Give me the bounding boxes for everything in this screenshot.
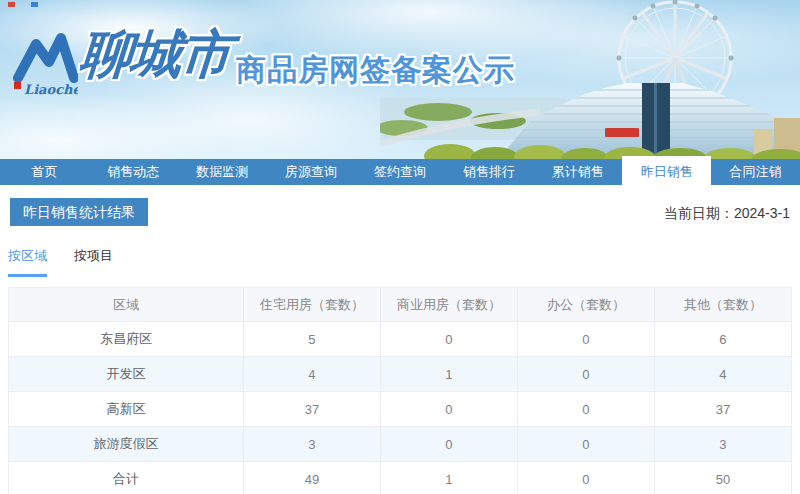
commercial-count: 0	[380, 392, 517, 427]
red-mark	[8, 2, 15, 7]
view-tabs: 按区域 按项目	[8, 247, 800, 277]
region-name: 高新区	[9, 392, 244, 427]
office-count: 0	[517, 357, 654, 392]
other-count: 3	[654, 427, 791, 462]
other-count: 50	[654, 462, 791, 494]
table-header-row: 区域 住宅用房（套数） 商业用房（套数） 办公（套数） 其他（套数）	[9, 288, 792, 322]
liaocheng-logo-icon: Liaocheng	[12, 30, 78, 100]
nav-tab-sales-dynamics[interactable]: 销售动态	[89, 159, 178, 185]
tab-by-region[interactable]: 按区域	[8, 247, 47, 277]
commercial-count: 1	[380, 462, 517, 494]
nav-tab-signing-query[interactable]: 签约查询	[356, 159, 445, 185]
table-row: 东昌府区 5 0 0 6	[9, 322, 792, 357]
tab-by-project[interactable]: 按项目	[74, 247, 113, 277]
office-count: 0	[517, 462, 654, 494]
nav-tab-data-monitoring[interactable]: 数据监测	[178, 159, 267, 185]
office-count: 0	[517, 392, 654, 427]
other-count: 37	[654, 392, 791, 427]
office-count: 0	[517, 322, 654, 357]
region-name: 开发区	[9, 357, 244, 392]
office-count: 0	[517, 427, 654, 462]
blue-mark	[31, 2, 38, 7]
section-title-badge: 昨日销售统计结果	[10, 198, 148, 226]
residential-count: 5	[243, 322, 380, 357]
col-header-other: 其他（套数）	[654, 288, 791, 322]
nav-tab-listing-query[interactable]: 房源查询	[267, 159, 356, 185]
decorative-marks	[8, 2, 38, 7]
commercial-count: 0	[380, 427, 517, 462]
statistics-table: 区域 住宅用房（套数） 商业用房（套数） 办公（套数） 其他（套数） 东昌府区 …	[8, 287, 792, 494]
table-row: 开发区 4 1 0 4	[9, 357, 792, 392]
region-name: 旅游度假区	[9, 427, 244, 462]
table-row-total: 合计 49 1 0 50	[9, 462, 792, 494]
commercial-count: 0	[380, 322, 517, 357]
table-row: 旅游度假区 3 0 0 3	[9, 427, 792, 462]
other-count: 4	[654, 357, 791, 392]
site-title: 商品房网签备案公示	[236, 50, 515, 91]
other-count: 6	[654, 322, 791, 357]
nav-tab-home[interactable]: 首页	[0, 159, 89, 185]
nav-tab-yesterday-sales[interactable]: 昨日销售	[622, 156, 711, 193]
region-name: 东昌府区	[9, 322, 244, 357]
residential-count: 4	[243, 357, 380, 392]
col-header-office: 办公（套数）	[517, 288, 654, 322]
residential-count: 49	[243, 462, 380, 494]
section-head: 昨日销售统计结果 当前日期：2024-3-1	[10, 198, 790, 226]
brand: Liaocheng 聊城市 商品房网签备案公示	[12, 24, 515, 100]
nav-tab-cumulative-sales[interactable]: 累计销售	[533, 159, 622, 185]
residential-count: 3	[243, 427, 380, 462]
header-banner: Liaocheng 聊城市 商品房网签备案公示	[0, 0, 800, 159]
nav-tab-sales-ranking[interactable]: 销售排行	[444, 159, 533, 185]
statistics-table-wrap: 区域 住宅用房（套数） 商业用房（套数） 办公（套数） 其他（套数） 东昌府区 …	[8, 287, 792, 494]
col-header-region: 区域	[9, 288, 244, 322]
col-header-commercial: 商业用房（套数）	[380, 288, 517, 322]
region-name: 合计	[9, 462, 244, 494]
city-name: 聊城市	[78, 24, 232, 84]
col-header-residential: 住宅用房（套数）	[243, 288, 380, 322]
svg-text:Liaocheng: Liaocheng	[24, 82, 78, 97]
commercial-count: 1	[380, 357, 517, 392]
nav-tab-contract-cancellation[interactable]: 合同注销	[711, 159, 800, 185]
current-date-label: 当前日期：2024-3-1	[664, 205, 790, 223]
table-row: 高新区 37 0 0 37	[9, 392, 792, 427]
residential-count: 37	[243, 392, 380, 427]
main-nav: 首页 销售动态 数据监测 房源查询 签约查询 销售排行 累计销售 昨日销售 合同…	[0, 159, 800, 185]
